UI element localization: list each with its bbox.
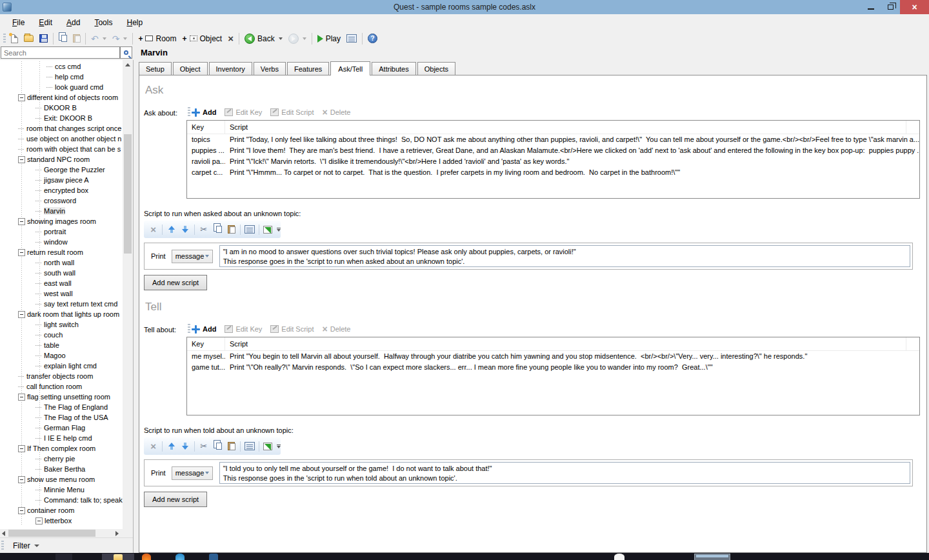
taskbar-app-icon[interactable] <box>209 554 218 560</box>
forward-button[interactable] <box>286 32 308 45</box>
new-file-button[interactable] <box>9 32 20 45</box>
paste-button[interactable] <box>71 32 82 45</box>
table-row[interactable]: puppies ...Print "I love them! They are … <box>187 145 919 156</box>
collapse-icon[interactable] <box>18 507 25 514</box>
move-up-button[interactable] <box>165 223 177 236</box>
tree-item[interactable]: Minnie Menu <box>0 485 133 495</box>
tree-item[interactable]: showing images room <box>0 216 133 226</box>
ask-edit-key-button[interactable]: Edit Key <box>225 108 262 116</box>
tree-item[interactable]: different kind of objects room <box>0 92 133 103</box>
tab-setup[interactable]: Setup <box>139 62 172 75</box>
collapse-icon[interactable] <box>18 218 25 225</box>
tell-add-button[interactable]: Add <box>192 325 216 334</box>
tree-item[interactable]: west wall <box>0 288 133 299</box>
close-button[interactable]: × <box>900 0 929 14</box>
key-column-header[interactable]: Key <box>187 121 225 134</box>
table-row[interactable]: me mysel...Print "You begin to tell Marv… <box>187 351 919 362</box>
tree-item[interactable]: I IE E help cmd <box>0 433 133 443</box>
tree-item[interactable]: window <box>0 237 133 247</box>
tree-item[interactable]: If Then complex room <box>0 443 133 454</box>
tree-item[interactable]: room that changes script once <box>0 123 133 134</box>
collapse-icon[interactable] <box>18 311 25 318</box>
tell-delete-button[interactable]: ×Delete <box>323 325 351 333</box>
ask-edit-script-button[interactable]: Edit Script <box>270 108 314 116</box>
menu-tools[interactable]: Tools <box>87 15 119 30</box>
tree-item[interactable]: container room <box>0 505 133 515</box>
open-file-button[interactable] <box>22 32 35 45</box>
tell-print-message-input[interactable]: "I told you to only tell me about yourse… <box>219 462 910 484</box>
table-row[interactable]: carpet c...Print "\"Hmmm... To carpet or… <box>187 167 919 178</box>
delete-button[interactable]: × <box>226 32 235 45</box>
collapse-icon[interactable] <box>18 394 25 401</box>
script-column-header[interactable]: Script <box>225 121 906 134</box>
tree-item[interactable]: portrait <box>0 226 133 237</box>
undo-dropdown-icon[interactable] <box>103 37 106 40</box>
minimize-button[interactable] <box>861 0 881 14</box>
tree-item[interactable]: look guard cmd <box>0 82 133 92</box>
filter-button[interactable]: Filter <box>13 541 30 550</box>
scroll-left-icon[interactable] <box>2 531 5 536</box>
collapse-icon[interactable] <box>18 445 25 452</box>
tree-item[interactable]: couch <box>0 330 133 340</box>
tree-item[interactable]: say text return text cmd <box>0 299 133 309</box>
ask-delete-button[interactable]: ×Delete <box>323 108 351 116</box>
tree-item[interactable]: light switch <box>0 319 133 330</box>
cut-button[interactable]: ✂ <box>197 223 210 236</box>
tree-item[interactable]: letterbox <box>0 515 133 526</box>
tell-edit-key-button[interactable]: Edit Key <box>225 325 262 333</box>
ask-print-type-select[interactable]: message <box>172 250 213 263</box>
move-down-button[interactable] <box>179 440 192 453</box>
tree-item[interactable]: Baker Bertha <box>0 464 133 474</box>
ask-add-button[interactable]: Add <box>192 108 216 117</box>
search-button[interactable] <box>120 46 132 59</box>
tree-item[interactable]: explain light cmd <box>0 361 133 371</box>
move-up-button[interactable] <box>165 440 177 453</box>
paste-button[interactable] <box>225 223 237 236</box>
tab-object[interactable]: Object <box>173 62 208 75</box>
collapse-icon[interactable] <box>35 517 43 525</box>
tree-item[interactable]: use object on another object n <box>0 134 133 144</box>
tab-verbs[interactable]: Verbs <box>254 62 286 75</box>
taskbar-circle-icon[interactable] <box>614 554 624 560</box>
scroll-right-icon[interactable] <box>115 531 119 536</box>
tell-edit-script-button[interactable]: Edit Script <box>270 325 314 333</box>
taskbar-app-active[interactable] <box>102 554 134 560</box>
paste-button[interactable] <box>225 440 237 453</box>
tree-item[interactable]: German Flag <box>0 423 133 433</box>
filter-dropdown-icon[interactable] <box>34 545 39 547</box>
tree-item[interactable]: transfer objects room <box>0 371 133 381</box>
table-row[interactable]: game tut...Print "\"Oh really?\" Marvin … <box>187 362 919 373</box>
taskbar-window-preview[interactable] <box>694 554 730 560</box>
log-window-button[interactable] <box>345 32 359 45</box>
tree-item[interactable]: east wall <box>0 278 133 288</box>
copy-button[interactable] <box>57 32 69 45</box>
tree-item[interactable]: room with object that can be s <box>0 144 133 154</box>
tree-item[interactable]: Command: talk to; speak t <box>0 495 133 505</box>
save-button[interactable] <box>37 32 50 45</box>
code-view-button[interactable] <box>243 440 255 453</box>
menu-file[interactable]: File <box>5 15 32 30</box>
back-button[interactable]: Back <box>243 32 285 45</box>
menu-add[interactable]: Add <box>59 15 87 30</box>
collapse-icon[interactable] <box>18 156 25 163</box>
tree-item[interactable]: standard NPC room <box>0 154 133 165</box>
tree-item[interactable]: Magoo <box>0 350 133 361</box>
taskbar-firefox-icon[interactable] <box>142 554 151 560</box>
delete-script-button[interactable]: × <box>147 223 159 236</box>
menu-edit[interactable]: Edit <box>32 15 59 30</box>
tree-item[interactable]: The Flag of the USA <box>0 412 133 423</box>
tree-item[interactable]: crossword <box>0 195 133 206</box>
add-object-button[interactable]: +Object <box>181 32 225 45</box>
collapse-icon[interactable] <box>18 249 25 256</box>
tree-item[interactable]: DKOOR B <box>0 103 133 113</box>
redo-button[interactable]: ↷ <box>110 32 130 45</box>
copy-button[interactable] <box>212 223 224 236</box>
code-view-button[interactable] <box>243 223 255 236</box>
delete-script-button[interactable]: × <box>147 440 159 453</box>
tree-item[interactable]: help cmd <box>0 72 133 82</box>
tree-item[interactable]: jigsaw piece A <box>0 175 133 185</box>
tree-item[interactable]: show use menu room <box>0 474 133 485</box>
tree-item[interactable]: Exit: DKOOR B <box>0 113 133 123</box>
tree-item[interactable]: call function room <box>0 381 133 392</box>
tab-objects[interactable]: Objects <box>417 62 455 75</box>
